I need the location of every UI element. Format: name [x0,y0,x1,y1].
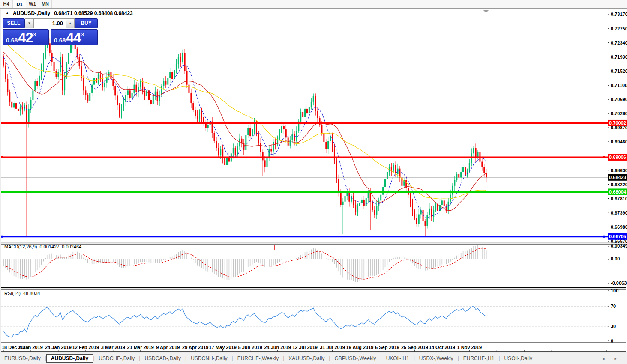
sell-button[interactable]: SELL [3,18,25,28]
svg-text:29 Apr 2019: 29 Apr 2019 [182,345,208,350]
chart-tab-usdchfdaily[interactable]: USDCHF-,Daily [94,354,139,363]
symbol-tab-bar: EURUSD-,Daily|AUDUSD-,Daily|USDCHF-,Dail… [0,353,627,364]
macd-signal-value: 0.002464 [62,244,81,249]
svg-text:25 Sep 2019: 25 Sep 2019 [401,345,428,350]
macd-pane-label: MACD(12,26,9) 0.001427 0.002464 [4,244,81,249]
chart-tab-usdcnhdaily[interactable]: USDCNH-,Daily [186,354,231,363]
svg-text:0.69460: 0.69460 [611,139,627,144]
svg-text:0.72750: 0.72750 [611,26,627,31]
timeframe-button-h4[interactable]: H4 [0,0,13,8]
svg-text:0.66705: 0.66705 [609,234,626,239]
svg-text:5 Jun 2019: 5 Jun 2019 [238,345,262,350]
svg-text:12 Feb 2019: 12 Feb 2019 [72,345,99,350]
quote-ohlc-label: 0.68471 0.68529 0.68408 0.68423 [54,10,133,16]
timeframe-button-w1[interactable]: W1 [26,0,39,8]
svg-text:0: 0 [611,338,613,343]
svg-text:3 Mar 2019: 3 Mar 2019 [101,345,125,350]
sell-price-display[interactable]: 0.68 42 3 [3,29,49,45]
svg-text:0.69006: 0.69006 [609,155,626,160]
buy-price-big-digits: 44 [66,32,81,43]
chart-tab-xauusddaily[interactable]: XAUUSD-,Daily [284,354,329,363]
buy-button[interactable]: BUY [75,18,98,28]
chart-tab-eurchfweekly[interactable]: EURCHF-,Weekly [233,354,283,363]
chart-tab-usdxweekly[interactable]: USDX-,Weekly [415,354,458,363]
svg-text:-0.00637: -0.00637 [611,280,627,286]
svg-text:0.73170: 0.73170 [611,12,627,17]
svg-text:9 Apr 2019: 9 Apr 2019 [156,345,180,350]
rsi-value: 48.8034 [23,291,40,296]
rsi-name: RSI(14) [4,291,21,296]
svg-text:0.68630: 0.68630 [611,168,627,173]
tab-scroll-arrows[interactable]: ◂ ▸ [602,356,621,361]
volume-increase-icon[interactable]: ▲ [66,18,75,28]
timeframe-button-mn[interactable]: MN [39,0,52,8]
symbol-period-label: AUDUSD-,Daily [13,10,50,16]
chart-tab-gbpusdweekly[interactable]: GBPUSD-,Weekly [330,354,380,363]
buy-price-prefix: 0.68 [54,37,66,43]
svg-text:0.71520: 0.71520 [611,69,627,74]
chart-canvas[interactable]: 0.731700.727500.723400.719300.715200.711… [0,0,627,364]
chart-tab-usoildaily[interactable]: USOil-,Daily [500,354,537,363]
chart-tab-eurusddaily[interactable]: EURUSD-,Daily [0,354,45,363]
chart-tab-ukoilh1[interactable]: UKOil-,H1 [382,354,414,363]
svg-text:0.00349: 0.00349 [611,243,627,248]
chart-title: ▲ AUDUSD-,Daily 0.68471 0.68529 0.68408 … [6,10,133,16]
macd-name: MACD(12,26,9) [4,244,37,249]
svg-text:21 Mar 2019: 21 Mar 2019 [127,345,154,350]
svg-text:100: 100 [611,288,618,293]
svg-text:1 Nov 2019: 1 Nov 2019 [457,345,482,350]
chart-tab-eurchfh1[interactable]: EURCHF-,H1 [459,354,499,363]
svg-text:0.67810: 0.67810 [611,196,627,201]
svg-text:0.71100: 0.71100 [611,83,627,88]
svg-text:24 Jan 2019: 24 Jan 2019 [45,345,72,350]
timeframe-button-d1[interactable]: D1 [13,0,26,8]
svg-text:0.68220: 0.68220 [611,182,627,187]
buy-price-pip-digit: 3 [81,32,84,37]
svg-text:0.68004: 0.68004 [609,189,627,194]
volume-decrease-icon[interactable]: ▼ [25,18,34,28]
one-click-trading-panel: SELL ▼ ▲ BUY 0.68 42 3 0.68 44 3 [3,18,98,45]
sell-price-big-digits: 42 [18,32,33,43]
svg-text:0.70002: 0.70002 [609,120,626,125]
svg-text:17 May 2019: 17 May 2019 [209,345,237,350]
svg-text:0.66980: 0.66980 [611,224,627,230]
chart-tab-usdcaddaily[interactable]: USDCAD-,Daily [140,354,185,363]
svg-text:6 Sep 2019: 6 Sep 2019 [375,345,399,350]
svg-text:14 Oct 2019: 14 Oct 2019 [429,345,455,350]
svg-text:0.68423: 0.68423 [609,175,626,180]
svg-text:0.71930: 0.71930 [611,54,627,60]
timeframe-toolbar: H4D1W1MN [0,0,627,9]
svg-text:0.72340: 0.72340 [611,40,627,45]
rsi-pane-label: RSI(14) 48.8034 [4,291,40,296]
svg-text:70: 70 [611,304,616,309]
svg-text:6 Jan 2019: 6 Jan 2019 [19,345,43,350]
svg-text:0.67390: 0.67390 [611,210,627,215]
svg-text:31 Jul 2019: 31 Jul 2019 [320,345,345,350]
svg-text:24 Jun 2019: 24 Jun 2019 [264,345,291,350]
svg-text:19 Aug 2019: 19 Aug 2019 [346,345,374,350]
chart-tab-audusddaily[interactable]: AUDUSD-,Daily [46,354,93,363]
svg-text:0.70280: 0.70280 [611,111,627,116]
svg-text:30: 30 [611,324,616,329]
collapse-arrow-icon[interactable]: ▲ [6,11,9,15]
sell-price-prefix: 0.68 [6,37,18,43]
svg-text:0.00: 0.00 [611,256,620,261]
sell-price-pip-digit: 3 [33,32,36,37]
volume-input[interactable] [34,18,66,28]
macd-main-value: 0.001427 [39,244,59,249]
svg-text:12 Jul 2019: 12 Jul 2019 [292,345,318,350]
svg-text:0.70690: 0.70690 [611,97,627,102]
buy-price-display[interactable]: 0.68 44 3 [51,29,98,45]
